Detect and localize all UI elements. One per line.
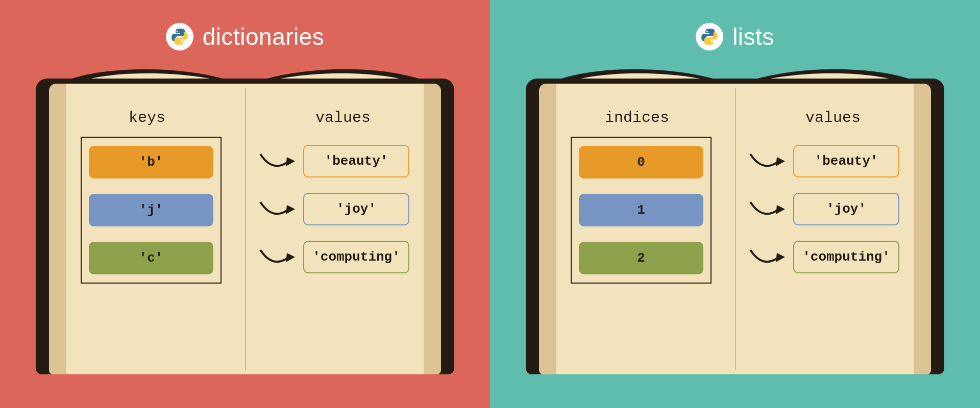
index-chip: 0 bbox=[579, 146, 703, 178]
book-lists: indices 0 1 2 values 'beauty' 'joy' bbox=[526, 79, 944, 374]
python-logo-icon bbox=[696, 23, 723, 50]
page-values: values 'beauty' 'joy' 'computing' bbox=[735, 84, 931, 374]
arrow-icon bbox=[749, 199, 787, 219]
book-spine bbox=[735, 88, 736, 370]
key-chip: 'j' bbox=[89, 194, 213, 226]
python-logo-icon bbox=[166, 23, 193, 50]
keys-label: keys bbox=[63, 109, 231, 126]
index-chip: 1 bbox=[579, 194, 703, 226]
value-chip: 'joy' bbox=[303, 193, 409, 225]
arrow-icon bbox=[259, 151, 297, 171]
arrow-icon bbox=[259, 199, 297, 219]
panel-dictionaries: dictionaries keys 'b' 'j' 'c' values bbox=[0, 0, 490, 408]
title-lists: lists bbox=[696, 23, 774, 50]
key-chip: 'b' bbox=[89, 146, 213, 178]
page-indices: indices 0 1 2 bbox=[539, 84, 735, 374]
book-spine bbox=[245, 88, 246, 370]
value-chip: 'computing' bbox=[303, 241, 409, 273]
book-dictionaries: keys 'b' 'j' 'c' values 'beauty' 'joy' bbox=[36, 79, 454, 374]
title-text: lists bbox=[732, 23, 774, 50]
values-label: values bbox=[259, 109, 427, 126]
key-chip: 'c' bbox=[89, 242, 213, 274]
value-chip: 'beauty' bbox=[793, 145, 899, 177]
page-keys: keys 'b' 'j' 'c' bbox=[49, 84, 245, 374]
page-values: values 'beauty' 'joy' 'computing' bbox=[245, 84, 441, 374]
panel-lists: lists indices 0 1 2 values bbox=[490, 0, 980, 408]
value-chip: 'computing' bbox=[793, 241, 899, 273]
indices-label: indices bbox=[553, 109, 721, 126]
values-label: values bbox=[749, 109, 917, 126]
keys-frame: 'b' 'j' 'c' bbox=[81, 137, 222, 284]
arrow-icon bbox=[749, 247, 787, 267]
title-text: dictionaries bbox=[203, 23, 325, 50]
value-chip: 'joy' bbox=[793, 193, 899, 225]
arrow-icon bbox=[259, 247, 297, 267]
value-chip: 'beauty' bbox=[303, 145, 409, 177]
title-dictionaries: dictionaries bbox=[166, 23, 325, 50]
indices-frame: 0 1 2 bbox=[571, 137, 712, 284]
index-chip: 2 bbox=[579, 242, 703, 274]
arrow-icon bbox=[749, 151, 787, 171]
